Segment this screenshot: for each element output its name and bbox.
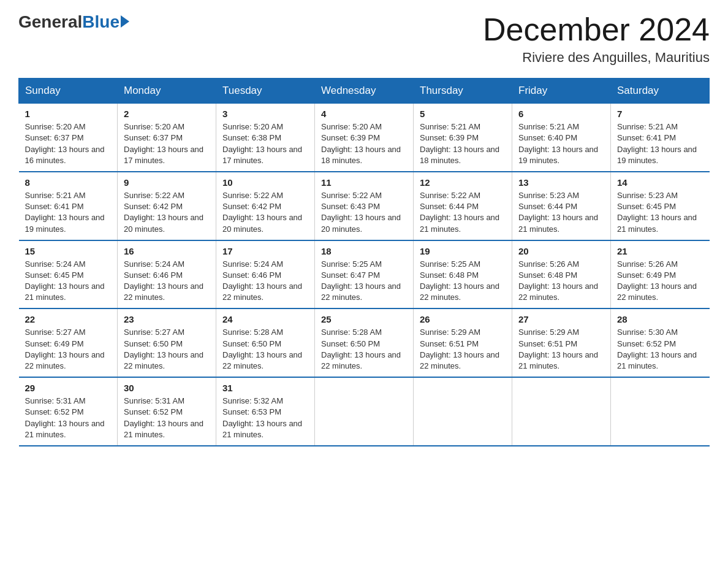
calendar-cell: 21Sunrise: 5:26 AMSunset: 6:49 PMDayligh… (611, 240, 710, 309)
day-number: 28 (617, 314, 703, 324)
day-info: Sunrise: 5:27 AMSunset: 6:50 PMDaylight:… (124, 327, 210, 372)
day-number: 17 (222, 246, 308, 256)
day-info: Sunrise: 5:28 AMSunset: 6:50 PMDaylight:… (222, 327, 308, 372)
day-info: Sunrise: 5:31 AMSunset: 6:52 PMDaylight:… (25, 396, 112, 440)
day-info: Sunrise: 5:20 AMSunset: 6:39 PMDaylight:… (321, 121, 407, 166)
calendar-cell: 29Sunrise: 5:31 AMSunset: 6:52 PMDayligh… (19, 377, 118, 446)
day-number: 11 (321, 177, 407, 188)
day-number: 22 (25, 314, 112, 324)
day-number: 9 (124, 177, 210, 188)
day-info: Sunrise: 5:22 AMSunset: 6:42 PMDaylight:… (124, 190, 210, 235)
day-number: 23 (124, 314, 210, 324)
calendar-cell: 24Sunrise: 5:28 AMSunset: 6:50 PMDayligh… (216, 308, 315, 377)
calendar-cell: 31Sunrise: 5:32 AMSunset: 6:53 PMDayligh… (216, 377, 315, 446)
header-tuesday: Tuesday (216, 79, 315, 104)
day-number: 26 (420, 314, 506, 324)
day-number: 12 (420, 177, 506, 188)
day-info: Sunrise: 5:24 AMSunset: 6:46 PMDaylight:… (124, 259, 210, 304)
day-info: Sunrise: 5:25 AMSunset: 6:47 PMDaylight:… (321, 259, 407, 304)
day-info: Sunrise: 5:24 AMSunset: 6:46 PMDaylight:… (222, 259, 308, 304)
calendar-cell: 7Sunrise: 5:21 AMSunset: 6:41 PMDaylight… (611, 104, 710, 172)
day-info: Sunrise: 5:31 AMSunset: 6:52 PMDaylight:… (124, 396, 210, 440)
calendar-cell: 12Sunrise: 5:22 AMSunset: 6:44 PMDayligh… (414, 172, 512, 240)
calendar-week-row: 22Sunrise: 5:27 AMSunset: 6:49 PMDayligh… (19, 308, 710, 377)
day-number: 5 (420, 109, 506, 119)
day-info: Sunrise: 5:25 AMSunset: 6:48 PMDaylight:… (420, 259, 506, 304)
day-info: Sunrise: 5:22 AMSunset: 6:42 PMDaylight:… (222, 190, 308, 235)
calendar-header-row: SundayMondayTuesdayWednesdayThursdayFrid… (19, 79, 710, 104)
logo: General Blue (18, 12, 129, 32)
calendar-cell: 28Sunrise: 5:30 AMSunset: 6:52 PMDayligh… (611, 308, 710, 377)
calendar-cell: 16Sunrise: 5:24 AMSunset: 6:46 PMDayligh… (118, 240, 216, 309)
header-saturday: Saturday (611, 79, 710, 104)
day-info: Sunrise: 5:21 AMSunset: 6:41 PMDaylight:… (617, 121, 703, 166)
calendar-cell: 1Sunrise: 5:20 AMSunset: 6:37 PMDaylight… (19, 104, 118, 172)
calendar-week-row: 1Sunrise: 5:20 AMSunset: 6:37 PMDaylight… (19, 104, 710, 172)
calendar-cell: 25Sunrise: 5:28 AMSunset: 6:50 PMDayligh… (315, 308, 414, 377)
day-info: Sunrise: 5:27 AMSunset: 6:49 PMDaylight:… (25, 327, 112, 372)
calendar-cell: 6Sunrise: 5:21 AMSunset: 6:40 PMDaylight… (512, 104, 611, 172)
calendar-cell: 26Sunrise: 5:29 AMSunset: 6:51 PMDayligh… (414, 308, 512, 377)
calendar-cell (315, 377, 414, 446)
calendar-cell: 5Sunrise: 5:21 AMSunset: 6:39 PMDaylight… (414, 104, 512, 172)
day-number: 18 (321, 246, 407, 256)
calendar-cell: 9Sunrise: 5:22 AMSunset: 6:42 PMDaylight… (118, 172, 216, 240)
calendar-week-row: 29Sunrise: 5:31 AMSunset: 6:52 PMDayligh… (19, 377, 710, 446)
day-number: 4 (321, 109, 407, 119)
header-monday: Monday (118, 79, 216, 104)
day-number: 13 (518, 177, 604, 188)
day-number: 16 (124, 246, 210, 256)
calendar-cell: 17Sunrise: 5:24 AMSunset: 6:46 PMDayligh… (216, 240, 315, 309)
day-number: 6 (518, 109, 604, 119)
day-number: 8 (25, 177, 112, 188)
calendar-cell: 15Sunrise: 5:24 AMSunset: 6:45 PMDayligh… (19, 240, 118, 309)
day-info: Sunrise: 5:20 AMSunset: 6:37 PMDaylight:… (25, 121, 112, 166)
calendar-cell: 13Sunrise: 5:23 AMSunset: 6:44 PMDayligh… (512, 172, 611, 240)
calendar-table: SundayMondayTuesdayWednesdayThursdayFrid… (18, 78, 710, 446)
day-number: 7 (617, 109, 703, 119)
day-info: Sunrise: 5:23 AMSunset: 6:44 PMDaylight:… (518, 190, 604, 235)
calendar-week-row: 15Sunrise: 5:24 AMSunset: 6:45 PMDayligh… (19, 240, 710, 309)
day-number: 20 (518, 246, 604, 256)
day-number: 29 (25, 383, 112, 393)
day-info: Sunrise: 5:21 AMSunset: 6:41 PMDaylight:… (25, 190, 112, 235)
day-info: Sunrise: 5:26 AMSunset: 6:48 PMDaylight:… (518, 259, 604, 304)
calendar-cell: 30Sunrise: 5:31 AMSunset: 6:52 PMDayligh… (118, 377, 216, 446)
logo-general-text: General (18, 12, 82, 32)
calendar-week-row: 8Sunrise: 5:21 AMSunset: 6:41 PMDaylight… (19, 172, 710, 240)
day-info: Sunrise: 5:29 AMSunset: 6:51 PMDaylight:… (518, 327, 604, 372)
day-number: 19 (420, 246, 506, 256)
title-area: December 2024 Riviere des Anguilles, Mau… (483, 12, 710, 66)
header-wednesday: Wednesday (315, 79, 414, 104)
day-number: 3 (222, 109, 308, 119)
header-sunday: Sunday (19, 79, 118, 104)
header: General Blue December 2024 Riviere des A… (18, 12, 710, 66)
day-info: Sunrise: 5:29 AMSunset: 6:51 PMDaylight:… (420, 327, 506, 372)
location-subtitle: Riviere des Anguilles, Mauritius (483, 50, 710, 66)
header-thursday: Thursday (414, 79, 512, 104)
day-info: Sunrise: 5:26 AMSunset: 6:49 PMDaylight:… (617, 259, 703, 304)
calendar-cell (611, 377, 710, 446)
day-info: Sunrise: 5:30 AMSunset: 6:52 PMDaylight:… (617, 327, 703, 372)
day-info: Sunrise: 5:20 AMSunset: 6:38 PMDaylight:… (222, 121, 308, 166)
calendar-cell: 11Sunrise: 5:22 AMSunset: 6:43 PMDayligh… (315, 172, 414, 240)
day-info: Sunrise: 5:23 AMSunset: 6:45 PMDaylight:… (617, 190, 703, 235)
calendar-cell: 14Sunrise: 5:23 AMSunset: 6:45 PMDayligh… (611, 172, 710, 240)
day-info: Sunrise: 5:20 AMSunset: 6:37 PMDaylight:… (124, 121, 210, 166)
header-friday: Friday (512, 79, 611, 104)
day-number: 30 (124, 383, 210, 393)
day-info: Sunrise: 5:28 AMSunset: 6:50 PMDaylight:… (321, 327, 407, 372)
calendar-cell: 3Sunrise: 5:20 AMSunset: 6:38 PMDaylight… (216, 104, 315, 172)
day-info: Sunrise: 5:22 AMSunset: 6:44 PMDaylight:… (420, 190, 506, 235)
day-number: 14 (617, 177, 703, 188)
day-info: Sunrise: 5:24 AMSunset: 6:45 PMDaylight:… (25, 259, 112, 304)
day-info: Sunrise: 5:22 AMSunset: 6:43 PMDaylight:… (321, 190, 407, 235)
month-title: December 2024 (483, 12, 710, 47)
day-number: 1 (25, 109, 112, 119)
calendar-cell: 22Sunrise: 5:27 AMSunset: 6:49 PMDayligh… (19, 308, 118, 377)
calendar-cell (512, 377, 611, 446)
day-info: Sunrise: 5:21 AMSunset: 6:39 PMDaylight:… (420, 121, 506, 166)
calendar-cell: 20Sunrise: 5:26 AMSunset: 6:48 PMDayligh… (512, 240, 611, 309)
day-number: 2 (124, 109, 210, 119)
calendar-cell: 10Sunrise: 5:22 AMSunset: 6:42 PMDayligh… (216, 172, 315, 240)
